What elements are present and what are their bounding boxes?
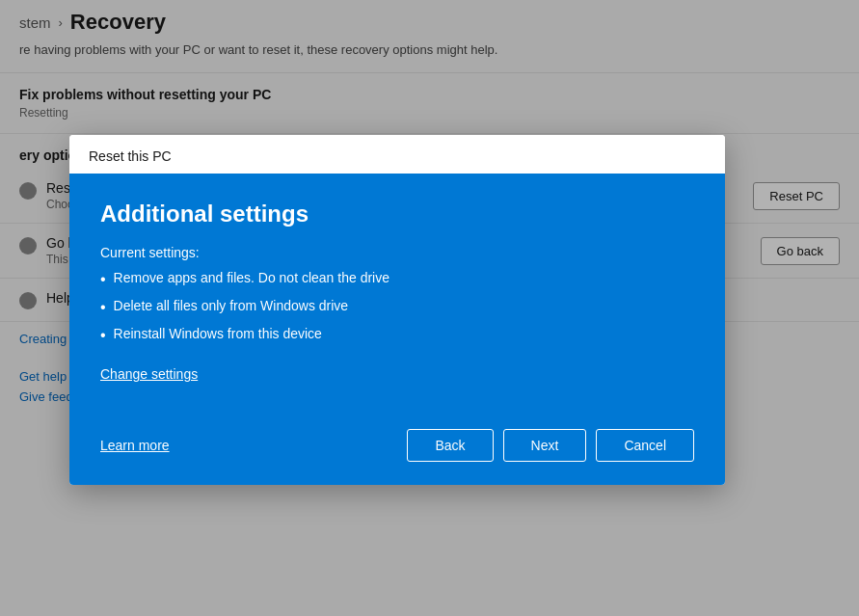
dialog-header-label: Reset this PC [89, 148, 172, 164]
bullet-dot-3: • [100, 326, 106, 346]
dialog-bullet-2: • Delete all files only from Windows dri… [100, 298, 694, 318]
bullet-text-1: Remove apps and files. Do not clean the … [114, 270, 389, 285]
dialog-header: Reset this PC [69, 135, 725, 174]
dialog-body: Additional settings Current settings: • … [69, 174, 725, 414]
change-settings-link[interactable]: Change settings [100, 366, 198, 382]
bullet-dot-1: • [100, 270, 106, 290]
bullet-text-3: Reinstall Windows from this device [114, 326, 322, 341]
dialog-bullet-3: • Reinstall Windows from this device [100, 326, 694, 346]
dialog-footer: Learn more Back Next Cancel [69, 414, 725, 485]
cancel-button[interactable]: Cancel [596, 429, 694, 462]
dialog-bullet-1: • Remove apps and files. Do not clean th… [100, 270, 694, 290]
dialog-current-settings-label: Current settings: [100, 245, 694, 260]
footer-buttons: Back Next Cancel [407, 429, 694, 462]
additional-settings-dialog: Reset this PC Additional settings Curren… [69, 135, 725, 485]
next-button[interactable]: Next [503, 429, 587, 462]
learn-more-link[interactable]: Learn more [100, 438, 170, 453]
back-button[interactable]: Back [407, 429, 493, 462]
bullet-dot-2: • [100, 298, 106, 318]
dialog-title: Additional settings [100, 201, 694, 228]
bullet-text-2: Delete all files only from Windows drive [114, 298, 349, 313]
